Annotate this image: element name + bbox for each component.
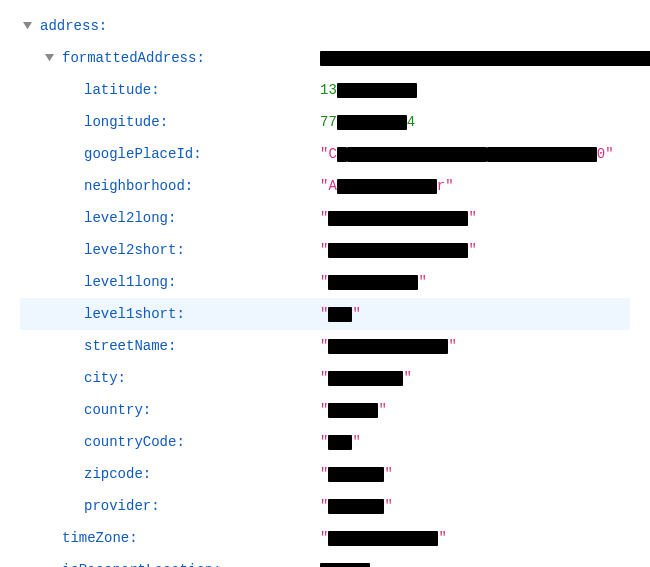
redaction-bar (328, 307, 352, 322)
property-key: city (84, 370, 126, 386)
redaction-bar (328, 467, 384, 482)
tree-row[interactable]: country"" (20, 394, 630, 426)
key-cell: latitude (20, 82, 320, 98)
key-cell: country (20, 402, 320, 418)
key-cell: timeZone (20, 530, 320, 546)
property-key: streetName (84, 338, 176, 354)
redaction-bar (328, 435, 352, 450)
tree-row[interactable]: level2long"" (20, 202, 630, 234)
redaction-bar (337, 83, 417, 98)
redaction-bar (328, 211, 468, 226)
property-value: "" (320, 306, 361, 322)
key-cell: countryCode (20, 434, 320, 450)
property-value: "" (320, 338, 457, 354)
tree-row[interactable]: level1short"" (20, 298, 630, 330)
svg-marker-1 (45, 54, 54, 61)
key-cell: streetName (20, 338, 320, 354)
key-cell: zipcode (20, 466, 320, 482)
redaction-bar (320, 563, 370, 568)
tree-row[interactable]: googlePlaceId"C0" (20, 138, 630, 170)
property-value: "Ar" (320, 178, 454, 194)
property-key: provider (84, 498, 160, 514)
redaction-bar (487, 147, 597, 162)
expand-toggle-icon[interactable] (42, 51, 56, 65)
property-value: "" (320, 466, 393, 482)
tree-row[interactable]: zipcode"" (20, 458, 630, 490)
tree-row[interactable]: neighborhood"Ar" (20, 170, 630, 202)
tree-row[interactable]: city"" (20, 362, 630, 394)
property-value: "" (320, 498, 393, 514)
redaction-bar (328, 339, 448, 354)
redaction-bar (337, 115, 407, 130)
redaction-bar (328, 531, 438, 546)
key-cell: neighborhood (20, 178, 320, 194)
key-cell: city (20, 370, 320, 386)
redaction-bar (328, 499, 384, 514)
property-value: "" (320, 402, 387, 418)
key-cell: level2long (20, 210, 320, 226)
property-key: level1short (84, 306, 185, 322)
key-cell: googlePlaceId (20, 146, 320, 162)
property-value: "" (320, 274, 427, 290)
tree-row[interactable]: latitude13 (20, 74, 630, 106)
tree-row[interactable]: streetName"" (20, 330, 630, 362)
key-cell: address (20, 18, 320, 34)
key-cell: level2short (20, 242, 320, 258)
property-key: address (40, 18, 107, 34)
property-key: country (84, 402, 151, 418)
property-key: formattedAddress (62, 50, 205, 66)
tree-row[interactable]: level2short"" (20, 234, 630, 266)
tree-row[interactable]: level1long"" (20, 266, 630, 298)
property-key: neighborhood (84, 178, 193, 194)
svg-marker-0 (23, 22, 32, 29)
redaction-bar (328, 403, 378, 418)
property-key: latitude (84, 82, 160, 98)
tree-row[interactable]: isPassportLocation (20, 554, 630, 567)
property-key: googlePlaceId (84, 146, 202, 162)
property-value: "" (320, 530, 447, 546)
tree-row[interactable]: formattedAddress (20, 42, 630, 74)
tree-row[interactable]: countryCode"" (20, 426, 630, 458)
tree-row[interactable]: timeZone"" (20, 522, 630, 554)
property-value: 774 (320, 114, 415, 130)
redaction-bar (337, 179, 437, 194)
tree-row[interactable]: longitude774 (20, 106, 630, 138)
property-value: "C0" (320, 146, 614, 162)
property-key: level2short (84, 242, 185, 258)
key-cell: level1short (20, 306, 320, 322)
redaction-bar (347, 147, 487, 162)
property-key: level2long (84, 210, 176, 226)
property-key: zipcode (84, 466, 151, 482)
redaction-bar (337, 147, 347, 162)
expand-toggle-icon[interactable] (20, 19, 34, 33)
property-value: "" (320, 242, 477, 258)
redaction-bar (328, 371, 403, 386)
redaction-bar (320, 51, 650, 66)
json-tree: addressformattedAddresslatitude13longitu… (20, 10, 630, 567)
property-value: "" (320, 370, 412, 386)
key-cell: formattedAddress (20, 50, 320, 66)
property-key: timeZone (62, 530, 138, 546)
key-cell: longitude (20, 114, 320, 130)
property-key: level1long (84, 274, 176, 290)
property-key: countryCode (84, 434, 185, 450)
redaction-bar (328, 275, 418, 290)
property-value: "" (320, 434, 361, 450)
redaction-bar (328, 243, 468, 258)
key-cell: isPassportLocation (20, 562, 320, 567)
property-value (320, 51, 650, 66)
key-cell: provider (20, 498, 320, 514)
tree-row[interactable]: address (20, 10, 630, 42)
key-cell: level1long (20, 274, 320, 290)
property-key: longitude (84, 114, 168, 130)
property-value (320, 563, 370, 568)
property-value: "" (320, 210, 477, 226)
property-key: isPassportLocation (62, 562, 222, 567)
tree-row[interactable]: provider"" (20, 490, 630, 522)
property-value: 13 (320, 82, 417, 98)
